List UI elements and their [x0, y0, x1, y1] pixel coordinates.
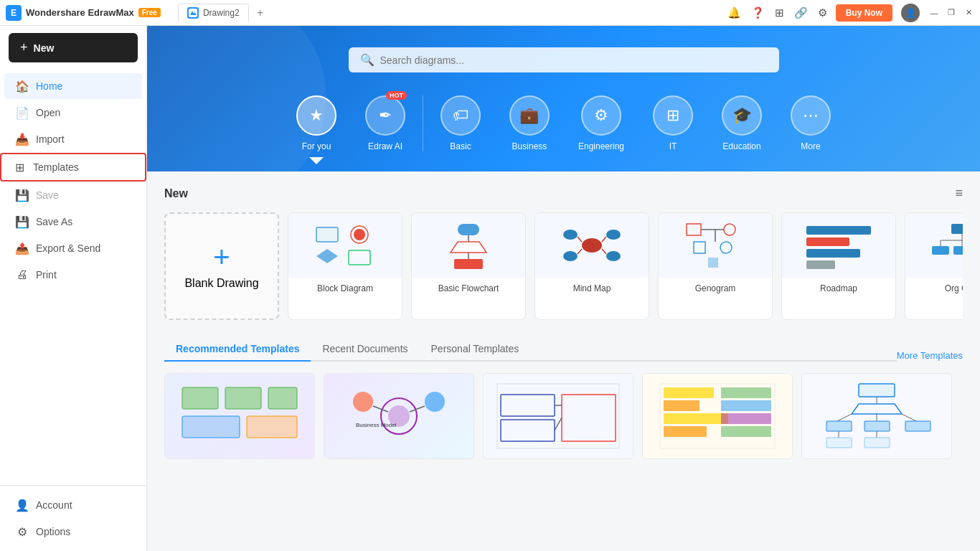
sidebar-item-export[interactable]: 📤 Export & Send [4, 235, 142, 261]
svg-point-21 [724, 224, 735, 235]
share-icon[interactable]: 🔗 [794, 6, 808, 19]
bell-icon[interactable]: 🔔 [727, 6, 741, 19]
svg-rect-79 [864, 438, 890, 448]
tab-personal-templates[interactable]: Personal Templates [420, 337, 531, 362]
svg-rect-75 [905, 421, 930, 431]
sidebar-item-options[interactable]: ⚙ Options [4, 519, 142, 545]
svg-rect-53 [501, 395, 555, 416]
category-basic[interactable]: 🏷 Basic [426, 90, 495, 157]
new-section-options-icon[interactable]: ≡ [955, 186, 963, 201]
org-chart-preview [905, 213, 963, 278]
svg-rect-24 [694, 242, 705, 253]
svg-rect-30 [806, 260, 835, 269]
add-tab-button[interactable]: + [252, 4, 269, 22]
svg-rect-42 [268, 387, 297, 409]
svg-line-57 [555, 418, 562, 430]
category-edraw-ai[interactable]: HOT ✒ Edraw AI [351, 90, 420, 157]
template-card-roadmap[interactable]: Roadmap [781, 212, 896, 320]
svg-rect-40 [182, 387, 218, 409]
new-plus-icon: + [20, 40, 28, 55]
save-as-icon: 💾 [16, 215, 29, 228]
category-business[interactable]: 💼 Business [495, 90, 564, 157]
grid-icon[interactable]: ⊞ [775, 6, 784, 19]
sidebar-item-home[interactable]: 🏠 Home [4, 73, 142, 99]
settings-icon[interactable]: ⚙ [818, 6, 827, 19]
svg-rect-1 [316, 227, 338, 242]
basic-icon-wrap: 🏷 [440, 95, 481, 136]
sidebar-label-open: Open [36, 107, 60, 118]
mind-map-preview [535, 213, 649, 278]
recommended-template-5[interactable] [801, 373, 952, 459]
main-content: 🔍 ★ For you HOT ✒ E [147, 26, 980, 551]
for-you-icon-wrap: ★ [296, 95, 336, 136]
tab-drawing-icon [187, 7, 199, 19]
engineering-label: Engineering [578, 141, 624, 151]
user-avatar[interactable]: 👤 [901, 4, 920, 22]
svg-rect-61 [664, 413, 728, 424]
more-icon: ⋯ [803, 106, 819, 125]
recommended-template-3[interactable] [483, 373, 633, 459]
template-card-genogram[interactable]: Genogram [658, 212, 773, 320]
blank-drawing-card[interactable]: + Blank Drawing [164, 212, 279, 320]
category-it[interactable]: ⊞ IT [639, 90, 707, 157]
block-diagram-preview [288, 213, 402, 278]
tab-drawing2[interactable]: Drawing2 [178, 4, 249, 22]
category-more[interactable]: ⋯ More [776, 90, 845, 157]
svg-rect-67 [859, 384, 895, 397]
category-education[interactable]: 🎓 Education [707, 90, 776, 157]
sidebar-item-templates[interactable]: ⊞ Templates [0, 153, 146, 182]
svg-rect-6 [458, 224, 479, 235]
category-engineering[interactable]: ⚙ Engineering [564, 90, 639, 157]
titlebar-right: 🔔 ❓ ⊞ 🔗 ⚙ Buy Now 👤 — ❐ ✕ [727, 4, 974, 22]
template-card-block-diagram[interactable]: Block Diagram [288, 212, 402, 320]
recommended-template-2[interactable]: Business Model [324, 373, 474, 459]
svg-rect-41 [225, 387, 261, 409]
new-button[interactable]: + New [9, 33, 138, 62]
new-button-label: New [34, 42, 55, 54]
template-section: Recommended Templates Recent Documents P… [147, 334, 980, 474]
template-card-mind-map[interactable]: Mind Map [534, 212, 649, 320]
hero-banner: 🔍 ★ For you HOT ✒ E [147, 26, 980, 171]
recommended-template-1[interactable] [164, 373, 315, 459]
sidebar-item-open[interactable]: 📄 Open [4, 100, 142, 126]
education-icon: 🎓 [732, 106, 752, 125]
tab-bar: Drawing2 + [178, 4, 269, 22]
basic-icon: 🏷 [453, 106, 468, 125]
business-icon-wrap: 💼 [509, 95, 550, 136]
categories: ★ For you HOT ✒ Edraw AI [176, 90, 951, 157]
minimize-button[interactable]: — [928, 7, 940, 19]
search-input[interactable] [380, 55, 768, 66]
recommended-template-4[interactable] [642, 373, 793, 459]
it-label: IT [669, 141, 677, 151]
close-button[interactable]: ✕ [963, 7, 974, 19]
more-templates-link[interactable]: More Templates [897, 350, 963, 361]
top-icons: 🔔 ❓ ⊞ 🔗 ⚙ [727, 6, 827, 19]
svg-point-13 [563, 251, 578, 261]
buy-now-button[interactable]: Buy Now [836, 4, 892, 22]
svg-line-19 [602, 249, 606, 254]
sidebar-item-account[interactable]: 👤 Account [4, 492, 142, 518]
tab-recent-documents[interactable]: Recent Documents [311, 337, 419, 362]
sidebar-item-import[interactable]: 📥 Import [4, 126, 142, 152]
template-card-org-chart[interactable]: Org Ch... [905, 212, 963, 320]
it-icon: ⊞ [666, 106, 679, 125]
app-name: Wondershare EdrawMax [26, 7, 134, 18]
account-icon: 👤 [16, 499, 29, 512]
category-for-you[interactable]: ★ For you [282, 90, 351, 157]
template-card-basic-flowchart[interactable]: Basic Flowchart [411, 212, 526, 320]
sidebar-item-save: 💾 Save [4, 182, 142, 208]
options-icon: ⚙ [16, 525, 29, 538]
sidebar-item-save-as[interactable]: 💾 Save As [4, 209, 142, 235]
new-section-title: New [164, 187, 188, 200]
roadmap-label: Roadmap [782, 278, 895, 299]
search-bar: 🔍 [349, 47, 779, 72]
maximize-button[interactable]: ❐ [946, 7, 957, 19]
for-you-icon: ★ [309, 106, 324, 125]
block-diagram-label: Block Diagram [288, 278, 402, 299]
tab-recommended-templates[interactable]: Recommended Templates [164, 337, 311, 362]
new-section: New ≡ + Blank Drawing [147, 171, 980, 334]
hot-badge: HOT [386, 91, 407, 100]
sidebar-item-print[interactable]: 🖨 Print [4, 262, 142, 288]
help-icon[interactable]: ❓ [751, 6, 765, 19]
svg-marker-8 [451, 242, 486, 253]
